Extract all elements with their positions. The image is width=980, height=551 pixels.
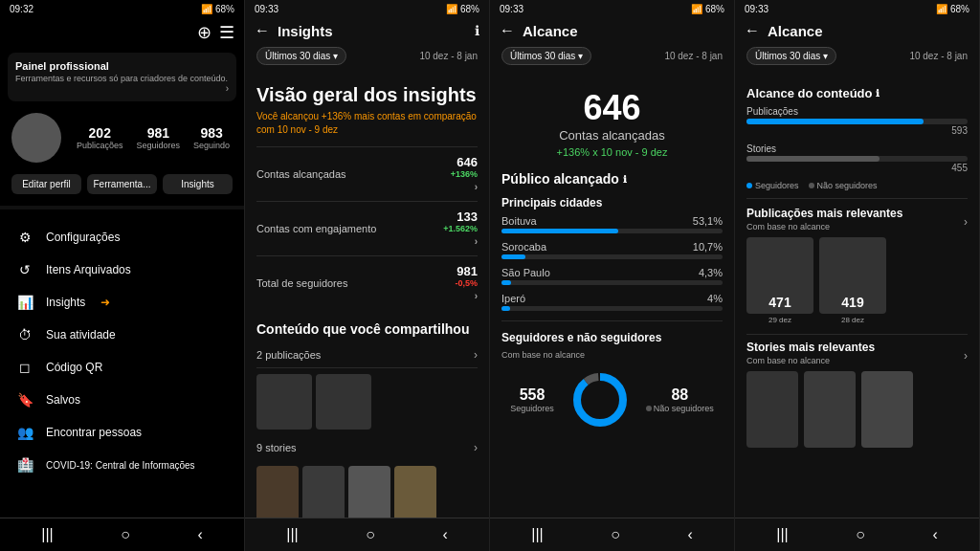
menu-covid[interactable]: 🏥 COVID-19: Central de Informações: [0, 449, 244, 481]
big-number: 646: [501, 88, 723, 128]
subtitle-highlight: +136% mais contas: [322, 111, 406, 121]
insights-button[interactable]: Insights: [163, 174, 233, 194]
stories-count-label: 9 stories: [256, 442, 297, 453]
followers-num: 558: [510, 386, 554, 404]
nav-home-4[interactable]: ○: [856, 526, 865, 543]
covid-icon: 🏥: [15, 457, 34, 473]
metric-engagement-label: Contas com engajamento: [256, 223, 376, 234]
p4-post-1: 471 29 dez: [746, 237, 813, 324]
menu-saved[interactable]: 🔖 Salvos: [0, 384, 244, 416]
p4-relevantes-stories: Stories mais relevantes Com base no alca…: [746, 341, 968, 448]
city-ipero-name: Iperó 4%: [501, 293, 723, 304]
legend-followers: Seguidores: [746, 181, 799, 190]
nav-hamburger-4[interactable]: |||: [776, 526, 788, 543]
followers-section: Seguidores e não seguidores: [501, 331, 723, 344]
metric-followers-total[interactable]: Total de seguidores 981 -0,5% ›: [256, 255, 478, 310]
relevantes-stories-row[interactable]: Stories mais relevantes Com base no alca…: [746, 341, 968, 371]
posts-count-arrow: ›: [474, 348, 478, 362]
menu-icon[interactable]: ☰: [219, 22, 234, 43]
settings-icon: ⚙: [15, 230, 34, 245]
back-button-2[interactable]: ←: [255, 22, 270, 39]
metric-accounts-value: 646 +136% ›: [451, 155, 478, 193]
panel3-title: Alcance: [523, 23, 724, 39]
nav-back-2[interactable]: ‹: [442, 526, 447, 543]
professional-banner[interactable]: Painel profissional Ferramentas e recurs…: [8, 53, 236, 101]
signal-icon-2: 📶: [446, 4, 457, 14]
story-thumbnails: [256, 466, 478, 518]
signal-icon-3: 📶: [691, 4, 702, 14]
menu-insights[interactable]: 📊 Insights ➜: [0, 286, 244, 319]
battery-label: 68%: [215, 4, 234, 14]
nav-home-1[interactable]: ○: [121, 526, 130, 543]
filter-label-2: Últimos 30 dias: [265, 51, 330, 61]
stat-followers-num: 981: [137, 125, 181, 141]
stories-count-row[interactable]: 9 stories ›: [256, 435, 478, 460]
back-button-3[interactable]: ←: [500, 22, 515, 39]
donut-svg: [569, 369, 631, 430]
nav-home-3[interactable]: ○: [611, 526, 620, 543]
metric-accounts-label: Contas alcançadas: [256, 168, 346, 180]
filter-pill-4[interactable]: Últimos 30 dias ▾: [746, 47, 836, 65]
filter-pill-2[interactable]: Últimos 30 dias ▾: [256, 47, 346, 65]
p4-publications-bar: Publicações 593: [746, 106, 968, 136]
nav-back-3[interactable]: ‹: [687, 526, 692, 543]
p4-story-thumbs: [746, 371, 968, 448]
city-sorocaba-bar-fill: [501, 254, 525, 259]
nav-hamburger-1[interactable]: |||: [41, 526, 53, 543]
p4-post-1-num: 471: [768, 295, 791, 310]
menu-settings[interactable]: ⚙ Configurações: [0, 221, 244, 253]
legend-followers-dot: [746, 183, 752, 188]
edit-profile-button[interactable]: Editar perfil: [11, 174, 81, 194]
audience-info-icon[interactable]: ℹ: [623, 174, 627, 185]
panel2-title: Insights: [278, 23, 467, 39]
stories-count-arrow: ›: [474, 441, 478, 454]
nav-home-2[interactable]: ○: [366, 526, 375, 543]
p2-hero-title: Visão geral dos insights: [256, 84, 478, 106]
non-followers-num-label: 88 Não seguidores: [646, 386, 714, 413]
menu-activity[interactable]: ⏱ Sua atividade: [0, 319, 244, 351]
metric-engagement[interactable]: Contas com engajamento 133 +1.562% ›: [256, 201, 478, 255]
relevantes-stories-arrow: ›: [964, 349, 968, 363]
city-ipero-bar-fill: [501, 306, 510, 311]
filter-pill-3[interactable]: Últimos 30 dias ▾: [501, 47, 591, 65]
menu-qr-label: Código QR: [46, 361, 102, 374]
insights-highlight-arrow: ➜: [100, 296, 110, 309]
menu-covid-label: COVID-19: Central de Informações: [46, 460, 195, 471]
bottom-nav-2: ||| ○ ‹: [245, 518, 489, 551]
posts-count-row[interactable]: 2 publicações ›: [256, 342, 478, 368]
followers-num-label: 558 Seguidores: [510, 386, 554, 413]
archived-icon: ↺: [15, 262, 34, 277]
menu-discover[interactable]: 👥 Encontrar pessoas: [0, 416, 244, 449]
status-bar-1: 09:32 📶 68%: [0, 0, 244, 18]
nav-hamburger-2[interactable]: |||: [286, 526, 298, 543]
back-button-4[interactable]: ←: [745, 22, 760, 39]
panel-2: 09:33 📶 68% ← Insights ℹ Últimos 30 dias…: [245, 0, 490, 551]
p4-story-thumb-1: [746, 371, 798, 448]
donut-chart: [569, 369, 631, 430]
status-bar-3: 09:33 📶 68%: [490, 0, 734, 18]
add-icon[interactable]: ⊕: [197, 22, 212, 43]
nav-hamburger-3[interactable]: |||: [531, 526, 543, 543]
info-icon-2[interactable]: ℹ: [475, 23, 479, 38]
p4-post-1-date: 29 dez: [746, 316, 813, 324]
post-thumbnails: [256, 374, 478, 430]
menu-archived[interactable]: ↺ Itens Arquivados: [0, 253, 244, 286]
nav-back-1[interactable]: ‹: [197, 526, 202, 543]
stats-row: 202 Publicações 981 Seguidores 983 Segui…: [77, 125, 230, 150]
tools-button[interactable]: Ferramenta...: [87, 174, 157, 194]
relevantes-posts-row[interactable]: Publicações mais relevantes Com base no …: [746, 207, 968, 237]
activity-icon: ⏱: [15, 327, 34, 342]
panel4-title: Alcance: [768, 23, 969, 39]
content-section-title: Conteúdo que você compartilhou: [256, 321, 478, 337]
menu-qr[interactable]: ◻ Código QR: [0, 351, 244, 384]
nav-back-4[interactable]: ‹: [932, 526, 937, 543]
avatar: [11, 113, 61, 163]
metric-accounts-reached[interactable]: Contas alcançadas 646 +136% ›: [256, 146, 478, 201]
p4-info-icon[interactable]: ℹ: [876, 88, 880, 99]
bottom-nav-1: ||| ○ ‹: [0, 518, 244, 551]
signal-icon-4: 📶: [936, 4, 947, 14]
story-thumb-4: [394, 466, 436, 518]
date-range-4: 10 dez - 8 jan: [909, 51, 968, 61]
svg-point-0: [577, 377, 623, 423]
city-ipero: Iperó 4%: [501, 293, 723, 311]
